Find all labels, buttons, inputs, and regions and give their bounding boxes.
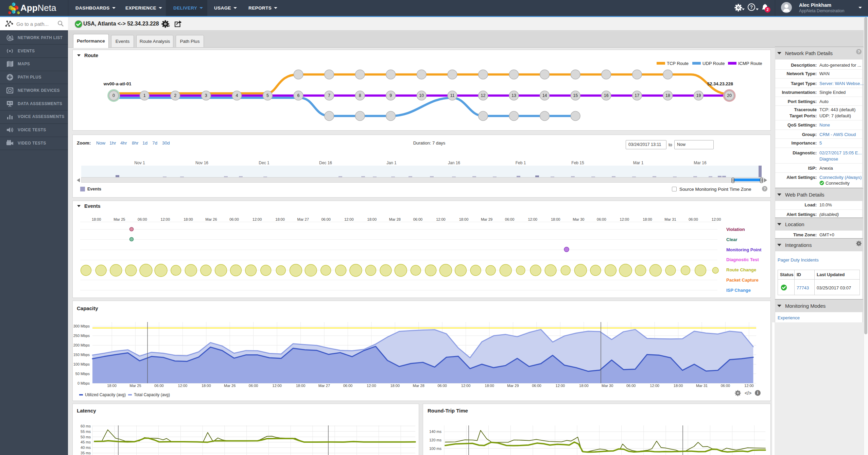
svg-text:1: 1 bbox=[143, 93, 146, 98]
svg-text:10: 10 bbox=[419, 93, 424, 98]
svg-text:18: 18 bbox=[665, 93, 670, 98]
svg-text:0: 0 bbox=[112, 93, 115, 98]
svg-text:?: ? bbox=[750, 4, 753, 10]
svg-text:19: 19 bbox=[696, 93, 701, 98]
svg-text:11: 11 bbox=[450, 93, 454, 98]
svg-text:15: 15 bbox=[573, 93, 578, 98]
svg-text:2: 2 bbox=[174, 93, 176, 98]
svg-text:5: 5 bbox=[266, 93, 269, 98]
svg-text:wv00-a-atl-01: wv00-a-atl-01 bbox=[103, 81, 132, 86]
svg-text:7: 7 bbox=[328, 93, 330, 98]
svg-text:4: 4 bbox=[236, 93, 238, 98]
svg-text:17: 17 bbox=[635, 93, 639, 98]
svg-text:14: 14 bbox=[542, 93, 547, 98]
svg-text:12: 12 bbox=[481, 93, 485, 98]
svg-text:6: 6 bbox=[297, 93, 300, 98]
svg-text:3: 3 bbox=[205, 93, 207, 98]
svg-text:9: 9 bbox=[389, 93, 392, 98]
svg-text:20: 20 bbox=[727, 93, 732, 98]
svg-text:16: 16 bbox=[604, 93, 609, 98]
svg-text:8: 8 bbox=[359, 93, 361, 98]
svg-text:52.34.23.228: 52.34.23.228 bbox=[707, 81, 733, 86]
svg-text:13: 13 bbox=[511, 93, 516, 98]
